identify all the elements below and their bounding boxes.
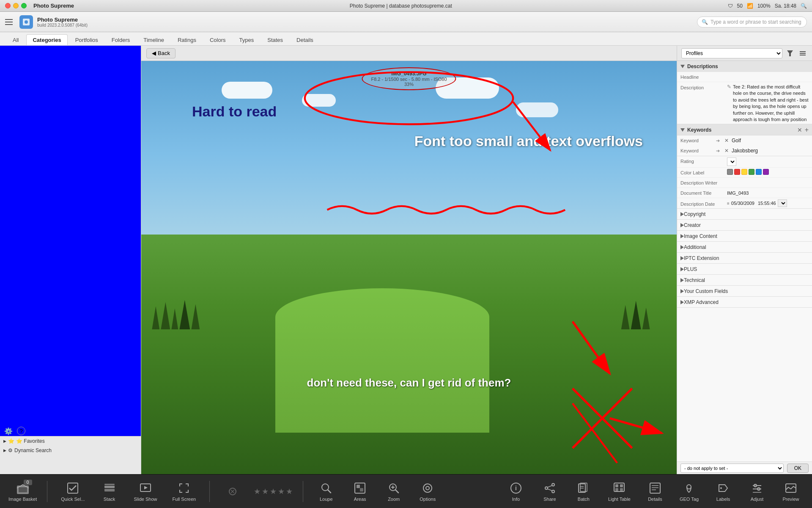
triangle-icon-2: ▶	[3, 448, 6, 453]
svg-point-32	[423, 484, 432, 492]
options-icon	[421, 481, 434, 495]
color-swatch-green[interactable]	[749, 169, 754, 175]
category-item-favorites[interactable]: ▶ ⭐ ⭐ Favorites	[0, 436, 141, 446]
options-button[interactable]: Options	[415, 480, 440, 503]
tab-types[interactable]: Types	[233, 34, 260, 45]
profiles-select[interactable]: Profiles	[681, 48, 782, 58]
app-title: Photo Supreme	[37, 17, 88, 23]
batch-button[interactable]: Batch	[571, 480, 596, 503]
areas-button[interactable]: Areas	[347, 480, 373, 503]
quick-select-button[interactable]: Quick Sel...	[58, 480, 88, 503]
tab-all[interactable]: All	[7, 34, 25, 45]
reject-icon: ✕	[227, 486, 239, 497]
tab-details[interactable]: Details	[291, 34, 319, 45]
share-button[interactable]: Share	[537, 480, 562, 503]
panel-menu-button[interactable]	[798, 48, 808, 58]
labels-button[interactable]: Labels	[710, 480, 736, 503]
color-swatch-purple[interactable]	[763, 169, 769, 175]
color-swatch-blue[interactable]	[756, 169, 762, 175]
keyword-arrow-icon-1: ➔	[716, 138, 720, 144]
tab-timeline[interactable]: Timeline	[137, 34, 170, 45]
star-3[interactable]: ★	[270, 487, 277, 496]
ok-button[interactable]: OK	[787, 464, 809, 473]
star-4[interactable]: ★	[278, 487, 285, 496]
search-placeholder: Type a word or phrase to start searching	[710, 19, 801, 25]
info-button[interactable]: i Info	[503, 480, 529, 503]
loupe-icon	[319, 481, 333, 495]
adjust-button[interactable]: Adjust	[744, 480, 770, 503]
keyword-remove-golf[interactable]: ✕	[723, 137, 730, 144]
star-1[interactable]: ★	[254, 487, 261, 496]
keyword-remove-jakobsberg[interactable]: ✕	[723, 147, 730, 154]
maximize-button[interactable]	[21, 3, 27, 8]
additional-section[interactable]: Additional	[677, 242, 812, 253]
edit-description-icon[interactable]: ✎	[727, 84, 731, 90]
close-button[interactable]	[5, 3, 11, 8]
desc-writer-value[interactable]	[727, 179, 809, 180]
light-table-button[interactable]: Light Table	[605, 480, 634, 503]
keyword-label-1: Keyword	[680, 138, 714, 143]
menubar-document-title: Photo Supreme | database photosupreme.ca…	[350, 3, 452, 9]
fullscreen-button[interactable]: Full Screen	[169, 480, 200, 503]
svg-rect-26	[360, 488, 363, 491]
descriptions-section-header[interactable]: Descriptions	[677, 61, 812, 72]
color-swatch-red[interactable]	[734, 169, 740, 175]
svg-rect-24	[355, 483, 365, 493]
minimize-button[interactable]	[13, 3, 19, 8]
center-panel: ◀ Back	[141, 46, 677, 474]
color-swatch-none[interactable]	[727, 169, 733, 175]
keyword-label-2: Keyword	[680, 148, 714, 153]
category-item-dynamic-search[interactable]: ▶ ⚙ Dynamic Search	[0, 446, 141, 455]
svg-rect-25	[357, 485, 360, 488]
image-basket-icon-wrapper[interactable]: 0	[15, 481, 30, 497]
rating-select[interactable]	[727, 157, 736, 166]
custom-fields-section[interactable]: Your Custom Fields	[677, 286, 812, 297]
color-swatch-yellow[interactable]	[741, 169, 747, 175]
details-button[interactable]: Details	[642, 480, 668, 503]
tab-ratings[interactable]: Ratings	[172, 34, 202, 45]
keyword-arrow-icon-2: ➔	[716, 148, 720, 154]
svg-rect-16	[68, 483, 78, 493]
description-value[interactable]: Tee 2: Rated as the most difficult hole …	[733, 84, 809, 122]
keywords-remove-button[interactable]: ✕	[797, 127, 802, 133]
stack-button[interactable]: Stack	[97, 480, 122, 503]
apply-preset-select[interactable]: - do not apply to set -	[680, 464, 784, 473]
image-content-section[interactable]: Image Content	[677, 231, 812, 242]
settings-icon[interactable]: ⚙️	[3, 426, 14, 436]
xmp-advanced-section[interactable]: XMP Advanced	[677, 297, 812, 308]
star-2[interactable]: ★	[262, 487, 269, 496]
tab-folders[interactable]: Folders	[106, 34, 136, 45]
tab-colors[interactable]: Colors	[204, 34, 232, 45]
copyright-section[interactable]: Copyright	[677, 209, 812, 220]
custom-fields-label: Your Custom Fields	[684, 288, 728, 294]
iptc-extension-section[interactable]: IPTC Extension	[677, 253, 812, 264]
plus-section[interactable]: PLUS	[677, 264, 812, 275]
custom-fields-expand-icon	[680, 289, 684, 293]
tab-categories[interactable]: Categories	[26, 34, 67, 45]
tab-portfolios[interactable]: Portfolios	[69, 34, 104, 45]
keywords-add-button[interactable]: +	[805, 126, 809, 134]
date-format-select[interactable]	[778, 199, 787, 207]
quick-select-icon	[66, 481, 80, 495]
zoom-button[interactable]: Zoom	[381, 480, 406, 503]
rating-row: Rating	[677, 156, 812, 168]
reject-button[interactable]: ✕	[220, 484, 245, 499]
preview-button[interactable]: Preview	[778, 480, 804, 503]
creator-section[interactable]: Creator	[677, 220, 812, 231]
filter-button[interactable]	[785, 48, 795, 58]
search-menubar-icon[interactable]: 🔍	[801, 3, 807, 9]
shield-icon: 🛡	[728, 3, 733, 9]
headline-value[interactable]	[727, 73, 809, 75]
sidebar-toggle-button[interactable]	[5, 17, 15, 27]
search-box[interactable]: 🔍 Type a word or phrase to start searchi…	[697, 17, 807, 28]
star-5[interactable]: ★	[286, 487, 293, 496]
loupe-button[interactable]: Loupe	[313, 480, 339, 503]
help-icon[interactable]: ?	[17, 427, 25, 435]
slideshow-button[interactable]: Slide Show	[131, 480, 161, 503]
svg-rect-49	[650, 483, 660, 493]
geo-tag-button[interactable]: GEO Tag	[676, 480, 702, 503]
technical-section[interactable]: Technical	[677, 275, 812, 286]
star-rating[interactable]: ★ ★ ★ ★ ★	[254, 487, 293, 496]
tab-states[interactable]: States	[261, 34, 289, 45]
back-button[interactable]: ◀ Back	[146, 48, 176, 58]
